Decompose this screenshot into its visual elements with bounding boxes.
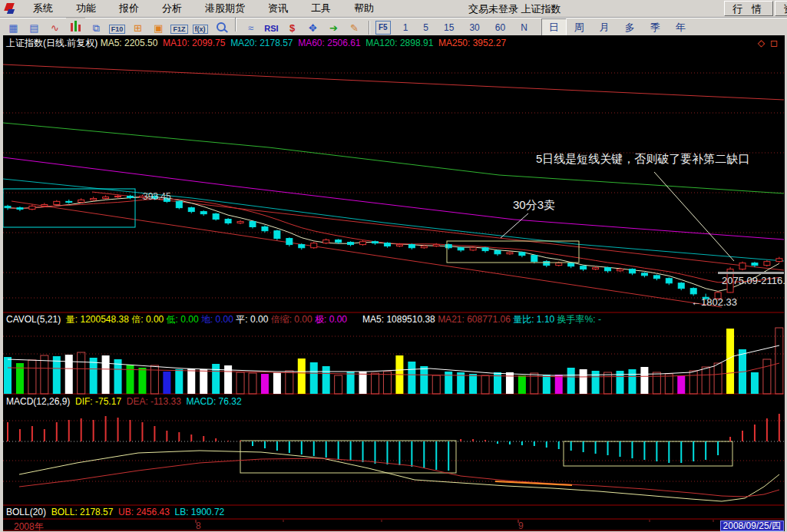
menu-item-7[interactable]: 工具 (299, 0, 342, 17)
volume-bar (567, 368, 575, 394)
candle-body (66, 201, 72, 202)
period-button-日[interactable]: 日 (541, 18, 567, 37)
candle-body (445, 245, 451, 248)
candle-body (519, 253, 525, 256)
volume-bar (310, 362, 318, 394)
indicator-segment: 倍: 0.00 (131, 314, 166, 325)
indicator-segment: BOLL: 2178.57 (51, 507, 118, 517)
macd-box-1 (240, 441, 456, 473)
month-label-8: 8 (196, 520, 201, 531)
price-indicator-row: 上证指数(日线.前复权) MA5: 2205.50 MA10: 2099.75 … (6, 37, 506, 49)
ma5-line (8, 197, 779, 292)
boll-indicator-row: BOLL(20) BOLL: 2178.57 UB: 2456.43 LB: 1… (6, 506, 224, 518)
f5-button[interactable]: F5 (375, 21, 391, 35)
indicator-segment: MA20: 2178.57 (230, 38, 298, 48)
volume-bar (53, 356, 61, 394)
candle-body (776, 259, 782, 262)
minute-button-15[interactable]: 15 (436, 21, 461, 35)
candle-body (531, 256, 537, 262)
period-button-月[interactable]: 月 (592, 18, 617, 37)
indicator-segment: MACD(12,26,9) (6, 396, 75, 407)
time-axis[interactable]: 2008年 89 2008/09/25/四 (3, 520, 785, 531)
indicator-segment: DIF: -75.17 (75, 396, 127, 407)
candle-body (151, 196, 157, 198)
candles-layer[interactable] (5, 194, 782, 300)
volume-bar (775, 328, 783, 394)
annotation-leader-1 (654, 172, 734, 261)
tree-view-icon[interactable]: ⊞ (128, 20, 147, 36)
indicator-segment: 低: 0.00 (167, 314, 201, 325)
volume-bar (677, 375, 685, 394)
volume-bar (224, 365, 232, 394)
zoom-icon[interactable] (211, 18, 230, 35)
volume-bars[interactable] (4, 328, 783, 394)
candle-body (739, 263, 746, 269)
volume-bar (212, 364, 220, 394)
trend-chart-icon[interactable]: ∿ (45, 20, 64, 36)
candle-body (78, 200, 84, 202)
menu-item-6[interactable]: 资讯 (256, 0, 299, 17)
minute-button-30[interactable]: 30 (461, 21, 487, 35)
volume-bar (481, 375, 489, 394)
candle-body (336, 240, 342, 243)
maximize-pane-icon[interactable]: ◻ (770, 38, 778, 48)
volume-bar (298, 359, 306, 394)
kline-chart-icon[interactable] (66, 18, 85, 34)
wave-icon[interactable]: ≈ (241, 20, 260, 36)
diamond-icon[interactable]: ◇ (758, 38, 765, 48)
money-icon[interactable]: $ (283, 20, 302, 36)
minute-button-N[interactable]: N (513, 21, 535, 35)
period-button-多[interactable]: 多 (617, 18, 643, 37)
report-icon[interactable]: ▦ (4, 20, 23, 36)
toolbar-separator (369, 21, 370, 35)
minute-button-60[interactable]: 60 (488, 21, 513, 35)
volume-bar (469, 374, 477, 394)
candle-body (544, 262, 550, 266)
volume-bar (347, 372, 355, 394)
volume-bar (65, 355, 73, 394)
chart-canvas[interactable]: 5日线是短线关键，否则破了要补第二缺口30分3卖393.452075.09-21… (3, 35, 785, 531)
info-button[interactable]: 资 讯 (775, 1, 787, 16)
rsi-icon[interactable]: RSI (262, 20, 281, 36)
highlight-box-mid (447, 241, 579, 263)
menu-item-5[interactable]: 港股期货 (193, 0, 256, 17)
info-pages-icon[interactable]: ⧉ (87, 20, 106, 36)
indicator-segment: DEA: -113.33 (127, 396, 187, 407)
volume-bar (127, 365, 134, 394)
minute-button-1[interactable]: 1 (395, 21, 416, 35)
ma20-long-line (3, 179, 784, 261)
menu-item-1[interactable]: 系统 (21, 0, 64, 17)
period-button-周[interactable]: 周 (567, 18, 592, 37)
candle-body (764, 262, 770, 266)
pane-separators (3, 312, 784, 530)
minute-button-5[interactable]: 5 (415, 21, 436, 35)
volume-bar (138, 368, 146, 394)
period-button-年[interactable]: 年 (668, 18, 693, 37)
candle-body (629, 269, 635, 273)
quotes-button[interactable]: 行 情 (724, 1, 773, 16)
period-button-季[interactable]: 季 (643, 18, 668, 37)
menu-item-8[interactable]: 帮助 (342, 0, 385, 17)
volume-bar (751, 372, 759, 394)
volume-bar (531, 373, 538, 394)
candle-body (703, 297, 709, 299)
indicator-segment: MA10: 2099.75 (163, 38, 230, 48)
macd-layer[interactable] (8, 414, 779, 501)
candle-body (396, 245, 402, 246)
candle-body (653, 276, 660, 279)
candle-body (348, 243, 354, 245)
current-date-label: 2008/09/25/四 (720, 520, 784, 531)
menu-item-3[interactable]: 报价 (107, 0, 150, 17)
volume-bar (28, 360, 36, 394)
menu-item-4[interactable]: 分析 (150, 0, 193, 17)
toolbar: ▦▤∿⧉F10⊞▣F1Zf(x)≈RSI$✥➔✎ F5 15153060N 日周… (0, 18, 787, 37)
overlay-lines (3, 64, 784, 307)
goto-icon[interactable]: ➔ (324, 20, 343, 36)
year-label: 2008年 (14, 520, 44, 532)
move-icon[interactable]: ✥ (303, 20, 322, 36)
ma60-line (3, 157, 784, 240)
data-doc-icon[interactable]: ▣ (149, 20, 168, 36)
pencil-icon[interactable]: ✎ (345, 20, 364, 36)
menu-item-2[interactable]: 功能 (64, 0, 107, 17)
quote-table-icon[interactable]: ▤ (25, 20, 44, 36)
